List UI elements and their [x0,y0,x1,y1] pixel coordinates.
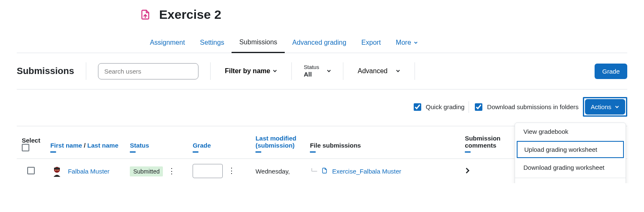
grade-input[interactable] [193,164,223,178]
separator [291,62,292,80]
sort-indicator [255,151,261,153]
filter-by-name-button[interactable]: Filter by name [222,67,280,75]
actions-button[interactable]: Actions [585,99,625,115]
name-sep: / [82,142,88,149]
status-value: All [304,71,319,79]
user-name-link[interactable]: Falbala Muster [68,168,109,175]
file-submissions-header: File submissions [310,142,361,149]
filter-label: Filter by name [225,67,270,75]
separator [86,62,86,80]
chevron-down-icon [327,67,331,75]
svg-rect-2 [54,168,60,169]
status-badge: Submitted [130,166,163,176]
download-folders-checkbox[interactable] [475,103,482,111]
quick-grading-checkbox[interactable] [414,103,421,111]
expand-comments-icon[interactable] [465,168,471,175]
svg-rect-3 [55,170,57,171]
last-modified-cell: Wednesday, [250,159,305,184]
actions-wrap: Actions View gradebook Upload grading wo… [583,97,627,117]
download-folders-toggle[interactable]: Download submissions in folders [473,102,578,112]
col-name[interactable]: First name / Last name [45,126,125,159]
sort-indicator [465,151,471,153]
separator [469,101,469,113]
svg-rect-4 [57,170,59,171]
menu-download-all[interactable]: Download all submissions [515,180,626,183]
advanced-label: Advanced [358,67,387,75]
separator [415,62,415,80]
assignment-icon [138,8,152,22]
quick-grading-toggle[interactable]: Quick grading [412,102,465,112]
col-submission-comments[interactable]: Submission comments [460,126,510,159]
options-bar: Quick grading Download submissions in fo… [17,89,627,126]
sort-indicator [193,151,198,153]
status-actions-menu[interactable]: ⋮ [165,165,179,177]
tab-advanced-grading[interactable]: Advanced grading [285,33,354,53]
grade-actions-menu[interactable]: ⋮ [224,165,239,176]
last-name-header[interactable]: Last name [88,142,118,149]
select-all-checkbox[interactable] [22,144,29,151]
tab-export[interactable]: Export [354,33,388,53]
first-name-header[interactable]: First name [50,142,82,149]
page-title: Exercise 2 [159,8,221,22]
menu-view-gradebook[interactable]: View gradebook [515,123,626,140]
sort-indicator [50,151,56,153]
row-select-checkbox[interactable] [27,167,35,174]
actions-menu: View gradebook Upload grading worksheet … [515,123,626,183]
tab-more[interactable]: More [388,33,425,53]
submission-comments-header: Submission comments [465,135,500,149]
sort-indicator [310,151,316,153]
last-modified-header[interactable]: Last modified (submission) [255,135,296,149]
col-last-modified[interactable]: Last modified (submission) [250,126,305,159]
sort-indicator [130,151,136,153]
status-label: Status [304,64,319,71]
separator [210,62,211,80]
quick-grading-label: Quick grading [426,103,465,110]
tab-more-label: More [396,39,411,46]
avatar [50,164,64,178]
col-status[interactable]: Status [125,126,188,159]
separator [343,62,343,80]
page-header: Exercise 2 [17,0,627,22]
section-title: Submissions [17,66,74,77]
download-folders-label: Download submissions in folders [487,103,578,110]
menu-download-worksheet[interactable]: Download grading worksheet [515,159,626,176]
tab-submissions[interactable]: Submissions [232,33,285,53]
tree-glyph: └─ [310,168,317,174]
chevron-down-icon [396,67,400,75]
grade-button[interactable]: Grade [595,64,627,79]
file-link[interactable]: Exercise_Falbala Muster [332,168,401,175]
status-filter[interactable]: Status All [304,64,331,79]
tab-bar: Assignment Settings Submissions Advanced… [17,33,627,53]
advanced-button[interactable]: Advanced [355,67,403,75]
chevron-down-icon [273,67,277,75]
menu-separator [515,178,626,178]
tab-settings[interactable]: Settings [193,33,232,53]
status-header[interactable]: Status [130,142,149,149]
col-select: Select [17,126,45,159]
col-grade[interactable]: Grade [188,126,250,159]
col-file-submissions[interactable]: File submissions [305,126,460,159]
search-input[interactable] [98,63,198,79]
file-icon [321,167,328,175]
toolbar: Submissions Filter by name Status All Ad… [17,53,627,89]
grade-header[interactable]: Grade [193,142,211,149]
chevron-down-icon [615,103,619,110]
tab-assignment[interactable]: Assignment [142,33,193,53]
chevron-down-icon [414,39,418,46]
menu-upload-worksheet[interactable]: Upload grading worksheet [517,141,624,158]
actions-label: Actions [591,103,611,110]
select-header-label: Select [22,137,40,144]
